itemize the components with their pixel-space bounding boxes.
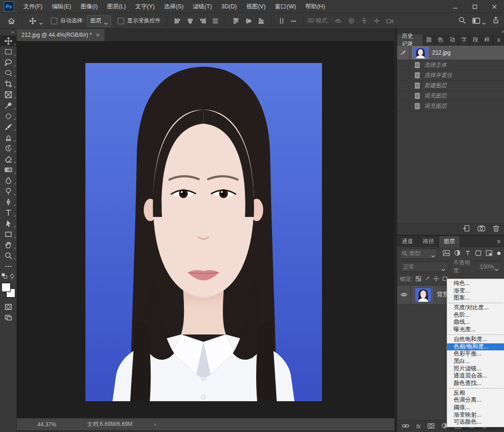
align-middle-vertical-icon[interactable] bbox=[242, 13, 255, 29]
filter-type-layers-icon[interactable] bbox=[465, 250, 471, 258]
tool-dodge[interactable] bbox=[0, 186, 17, 196]
tool-pen[interactable] bbox=[0, 196, 17, 207]
tool-gradient[interactable] bbox=[0, 164, 17, 175]
tool-zoom[interactable] bbox=[0, 250, 17, 261]
dock-collapse-icon[interactable]: » bbox=[501, 29, 504, 34]
tool-spot-healing-brush[interactable] bbox=[0, 111, 17, 121]
menu-view[interactable]: 视图(V) bbox=[241, 0, 270, 13]
share-icon[interactable] bbox=[492, 16, 499, 25]
search-icon[interactable] bbox=[458, 16, 466, 25]
auto-select-checkbox[interactable] bbox=[51, 18, 57, 24]
menu-item-channel-mixer[interactable]: 通道混合器... bbox=[447, 372, 504, 380]
distribute-horizontal-icon[interactable] bbox=[209, 13, 222, 29]
photo-id-portrait[interactable] bbox=[85, 63, 322, 401]
menu-layer[interactable]: 图层(L) bbox=[102, 0, 130, 13]
show-transform-checkbox[interactable] bbox=[118, 18, 124, 24]
align-center-horizontal-icon[interactable] bbox=[184, 13, 196, 29]
menu-item-levels[interactable]: 色阶... bbox=[447, 312, 504, 319]
history-state-row[interactable]: 填充图层 bbox=[397, 91, 504, 101]
link-layers-icon[interactable] bbox=[402, 423, 409, 430]
tool-blur[interactable] bbox=[0, 175, 17, 186]
history-snapshot-row[interactable]: 212.jpg bbox=[397, 46, 504, 60]
align-left-icon[interactable] bbox=[171, 13, 184, 29]
filter-smart-objects-icon[interactable] bbox=[486, 250, 492, 258]
menu-file[interactable]: 文件(F) bbox=[19, 0, 47, 13]
new-document-from-state-icon[interactable] bbox=[462, 225, 470, 233]
canvas[interactable] bbox=[17, 41, 394, 418]
tool-frame[interactable] bbox=[0, 89, 17, 100]
close-button[interactable] bbox=[484, 0, 504, 13]
home-icon[interactable] bbox=[5, 13, 18, 29]
minimize-button[interactable] bbox=[445, 0, 465, 13]
history-source-cell[interactable] bbox=[397, 70, 410, 80]
menu-item-curves[interactable]: 曲线... bbox=[447, 319, 504, 326]
layer-thumbnail[interactable] bbox=[414, 287, 432, 302]
history-state-row[interactable]: 选择主体 bbox=[397, 60, 504, 70]
tool-type[interactable] bbox=[0, 207, 17, 218]
layer-filter-type-dropdown[interactable]: 类型 bbox=[400, 249, 437, 259]
filter-pixel-layers-icon[interactable] bbox=[443, 250, 450, 258]
default-colors-icon[interactable] bbox=[1, 273, 7, 280]
status-zoom-level[interactable]: 44.37% bbox=[37, 421, 56, 428]
tool-history-brush[interactable] bbox=[0, 143, 17, 153]
menu-item-pattern[interactable]: 图案... bbox=[447, 294, 504, 302]
menu-item-black-white[interactable]: 黑白... bbox=[447, 358, 504, 365]
photoshop-logo-icon[interactable]: Ps bbox=[4, 1, 14, 12]
tab-swatches[interactable]: 色 bbox=[435, 35, 447, 46]
menu-item-hue-saturation[interactable]: 色相/饱和度... bbox=[447, 343, 504, 351]
tab-color[interactable]: 颜 bbox=[423, 35, 435, 46]
more-options-icon[interactable]: ••• bbox=[288, 13, 299, 29]
tools-collapse-icon[interactable]: » bbox=[11, 29, 16, 35]
workspace-switcher-icon[interactable] bbox=[472, 18, 486, 24]
history-source-cell[interactable] bbox=[397, 91, 410, 101]
add-layer-mask-icon[interactable] bbox=[427, 423, 434, 430]
filter-shape-layers-icon[interactable] bbox=[475, 250, 482, 258]
quick-mask-button[interactable] bbox=[0, 301, 17, 312]
lock-transparency-icon[interactable] bbox=[415, 276, 421, 283]
show-transform-option[interactable]: 显示变换控件 bbox=[118, 17, 161, 25]
menu-item-color-balance[interactable]: 色彩平衡... bbox=[447, 350, 504, 358]
align-bottom-icon[interactable] bbox=[255, 13, 267, 29]
tool-edit-toolbar[interactable] bbox=[0, 261, 17, 272]
history-source-cell[interactable] bbox=[397, 101, 410, 111]
menu-select[interactable]: 选择(S) bbox=[159, 0, 188, 13]
menu-window[interactable]: 窗口(W) bbox=[270, 0, 301, 13]
new-snapshot-icon[interactable] bbox=[477, 225, 485, 233]
history-brush-source-icon[interactable] bbox=[397, 46, 410, 60]
menu-item-vibrance[interactable]: 自然饱和度... bbox=[447, 336, 504, 343]
tool-eyedropper[interactable] bbox=[0, 100, 17, 111]
align-right-icon[interactable] bbox=[196, 13, 209, 29]
layers-panel-menu-icon[interactable]: ≡ bbox=[493, 236, 504, 247]
menu-edit[interactable]: 编辑(E) bbox=[47, 0, 76, 13]
tool-hand[interactable] bbox=[0, 239, 17, 250]
tool-eraser[interactable] bbox=[0, 153, 17, 164]
layer-style-fx-icon[interactable]: fx bbox=[416, 423, 420, 430]
move-tool-preset-icon[interactable] bbox=[26, 13, 39, 29]
tool-object-selection[interactable] bbox=[0, 68, 17, 78]
status-chevron-icon[interactable]: › bbox=[154, 421, 156, 428]
menu-help[interactable]: 帮助(H) bbox=[301, 0, 329, 13]
menu-item-solid-color[interactable]: 纯色... bbox=[447, 280, 504, 287]
menu-item-color-lookup[interactable]: 颜色查找... bbox=[447, 380, 504, 387]
tool-clone-stamp[interactable] bbox=[0, 132, 17, 143]
tab-character[interactable]: 字 bbox=[458, 35, 470, 46]
history-state-row[interactable]: 新建图层 bbox=[397, 81, 504, 91]
menu-item-selective-color[interactable]: 可选颜色... bbox=[447, 418, 504, 426]
layer-visibility-eye-icon[interactable] bbox=[397, 286, 411, 304]
filter-toggle-icon[interactable] bbox=[497, 251, 501, 257]
menu-item-posterize[interactable]: 色调分离... bbox=[447, 397, 504, 404]
history-state-row[interactable]: 填充图层 bbox=[397, 101, 504, 111]
preset-chevron-icon[interactable] bbox=[39, 20, 43, 22]
align-top-icon[interactable] bbox=[230, 13, 242, 29]
menu-filter[interactable]: 滤镜(T) bbox=[188, 0, 217, 13]
menu-type[interactable]: 文字(Y) bbox=[131, 0, 160, 13]
history-panel-menu-icon[interactable]: ≡ bbox=[493, 35, 504, 46]
document-close-icon[interactable]: ✕ bbox=[96, 32, 100, 38]
tab-layers[interactable]: 图层 bbox=[439, 236, 460, 247]
distribute-vertical-icon[interactable] bbox=[275, 13, 288, 29]
menu-item-photo-filter[interactable]: 照片滤镜... bbox=[447, 365, 504, 373]
tool-lasso[interactable] bbox=[0, 57, 17, 68]
document-tab[interactable]: 212.jpg @ 44.4%(RGB/8#) * ✕ bbox=[17, 29, 105, 41]
tool-path-selection[interactable] bbox=[0, 218, 17, 229]
swap-colors-icon[interactable] bbox=[9, 273, 15, 280]
